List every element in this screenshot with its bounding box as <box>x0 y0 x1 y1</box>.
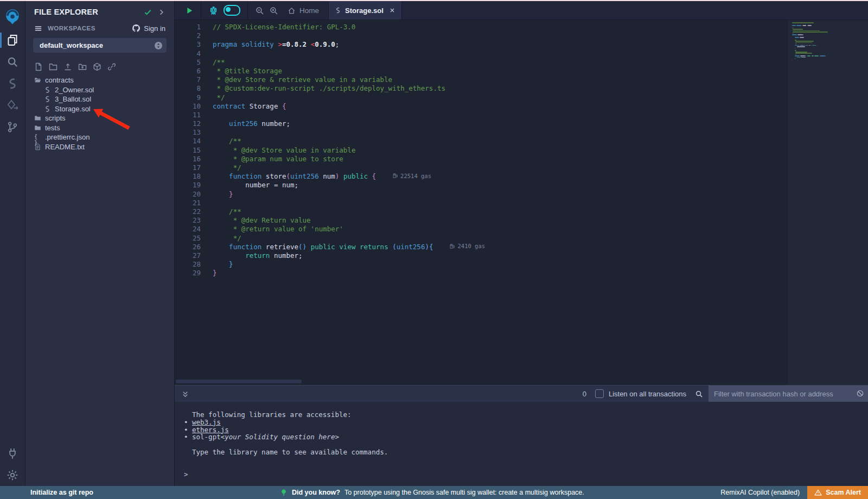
minimap-line <box>820 55 825 56</box>
minimap-line <box>800 37 804 38</box>
cube-icon[interactable] <box>93 62 101 71</box>
code-area[interactable]: 1// SPDX-License-Identifier: GPL-3.023pr… <box>175 20 787 385</box>
file-actions-toolbar <box>25 55 174 75</box>
tree-item-tests[interactable]: tests <box>25 123 174 133</box>
code-line: 15 * @dev Store value in variable <box>175 146 787 155</box>
line-number: 24 <box>175 225 209 233</box>
tree-item-readme-txt[interactable]: README.txt <box>25 142 174 152</box>
upload-file-icon[interactable] <box>63 62 72 71</box>
terminal-line: Type the library name to see available c… <box>175 449 868 456</box>
chevron-right-icon[interactable] <box>157 8 165 16</box>
code-line: 6 * @title Storage <box>175 67 787 75</box>
zoom-out-icon[interactable] <box>255 6 264 15</box>
plugin-manager-icon[interactable] <box>0 443 25 464</box>
create-folder-icon[interactable] <box>49 62 58 71</box>
terminal-prompt[interactable]: > <box>175 471 868 478</box>
minimap-line <box>800 45 803 46</box>
solidity-file-icon <box>44 105 51 112</box>
minimap-line <box>811 45 812 46</box>
collapse-terminal-icon[interactable] <box>181 390 189 398</box>
tree-item-storage-sol[interactable]: Storage.sol <box>25 104 174 114</box>
minimap-line <box>805 55 806 56</box>
hamburger-menu-icon[interactable] <box>34 24 42 33</box>
file-explorer-icon[interactable] <box>0 29 25 51</box>
code-line: 8 * @custom:dev-run-script ./scripts/dep… <box>175 84 787 93</box>
tree-item-2-owner-sol[interactable]: 2_Owner.sol <box>25 85 174 95</box>
minimap-line <box>807 55 811 56</box>
line-number: 23 <box>175 216 209 225</box>
line-number: 11 <box>175 111 209 119</box>
filter-transactions-input[interactable] <box>709 390 868 398</box>
create-file-icon[interactable] <box>34 62 43 71</box>
close-tab-icon[interactable] <box>389 7 395 14</box>
tree-item-label: scripts <box>45 114 66 122</box>
code-line: 24 * @return value of 'number' <box>175 225 787 233</box>
tree-item-contracts[interactable]: contracts <box>25 75 174 85</box>
search-icon[interactable] <box>695 390 703 398</box>
code-line: 10contract Storage { <box>175 102 787 111</box>
minimap-line <box>795 53 812 54</box>
code-line: 18 function store(uint256 num) public {2… <box>175 172 787 181</box>
tree-item-3-ballot-sol[interactable]: 3_Ballot.sol <box>25 94 174 104</box>
gas-estimate-badge: 22514 gas <box>392 173 431 179</box>
code-line: 19 number = num; <box>175 181 787 190</box>
line-number: 10 <box>175 102 209 111</box>
horizontal-scrollbar[interactable] <box>176 380 302 383</box>
toggle-knob <box>226 7 231 12</box>
minimap-line <box>808 25 811 26</box>
minimap-line <box>792 34 797 35</box>
ai-copilot-robot-icon[interactable] <box>208 5 219 16</box>
settings-icon[interactable] <box>0 464 25 486</box>
tree-item-scripts[interactable]: scripts <box>25 113 174 123</box>
code-line: 11 <box>175 111 787 119</box>
init-git-repo-button[interactable]: Initialize as git repo <box>30 489 93 496</box>
terminal-link-web3-js[interactable]: web3.js <box>192 419 221 426</box>
search-icon[interactable] <box>0 51 25 73</box>
upload-folder-icon[interactable] <box>78 62 87 71</box>
sign-in-button[interactable]: Sign in <box>132 24 165 33</box>
remix-logo <box>0 4 25 29</box>
line-number: 4 <box>175 49 209 58</box>
tab-storage-sol[interactable]: Storage.sol <box>328 1 402 20</box>
terminal-line: •sol-gpt <your Solidity question here> <box>175 433 868 441</box>
solidity-compiler-icon[interactable] <box>0 73 25 94</box>
code-line: 23 * @dev Return value <box>175 216 787 225</box>
home-icon <box>288 7 296 15</box>
minimap-line <box>792 28 794 29</box>
line-number: 19 <box>175 181 209 190</box>
tab-home[interactable]: Home <box>288 7 319 15</box>
run-script-button[interactable] <box>186 7 194 15</box>
line-number: 8 <box>175 84 209 93</box>
minimap-line <box>814 55 819 56</box>
link-icon[interactable] <box>107 62 116 71</box>
code-line: 29} <box>175 269 787 277</box>
tree-item--prettierrc-json[interactable]: { }.prettierrc.json <box>25 132 174 142</box>
code-editor[interactable]: 1// SPDX-License-Identifier: GPL-3.023pr… <box>175 20 868 385</box>
terminal-output[interactable]: The following libraries are accessible:•… <box>175 402 868 486</box>
listen-all-transactions-checkbox[interactable] <box>595 389 604 398</box>
solidity-file-icon <box>44 96 51 103</box>
ai-copilot-toggle[interactable] <box>224 5 240 16</box>
git-icon[interactable] <box>0 116 25 138</box>
line-number: 25 <box>175 234 209 243</box>
activity-bar <box>0 1 25 486</box>
line-number: 9 <box>175 93 209 102</box>
tree-item-label: tests <box>45 124 60 132</box>
minimap-line <box>795 55 800 56</box>
terminal-link-ethers-js[interactable]: ethers.js <box>192 426 229 434</box>
code-line: 28 } <box>175 260 787 269</box>
minimap[interactable] <box>787 20 868 385</box>
deploy-run-icon[interactable] <box>0 94 25 116</box>
zoom-in-icon[interactable] <box>269 6 278 15</box>
minimap-line <box>803 25 807 26</box>
workspace-select[interactable]: default_workspace <box>33 38 167 53</box>
line-number: 17 <box>175 163 209 172</box>
file-tree: contracts2_Owner.sol3_Ballot.solStorage.… <box>25 75 174 151</box>
terminal-text-italic: <your Solidity question here> <box>221 433 339 441</box>
toolbar-divider <box>247 1 248 20</box>
clear-filter-icon[interactable] <box>856 389 864 397</box>
minimap-line <box>797 57 801 58</box>
line-number: 12 <box>175 119 209 128</box>
scam-alert-badge[interactable]: Scam Alert <box>807 486 868 499</box>
line-number: 26 <box>175 243 209 251</box>
